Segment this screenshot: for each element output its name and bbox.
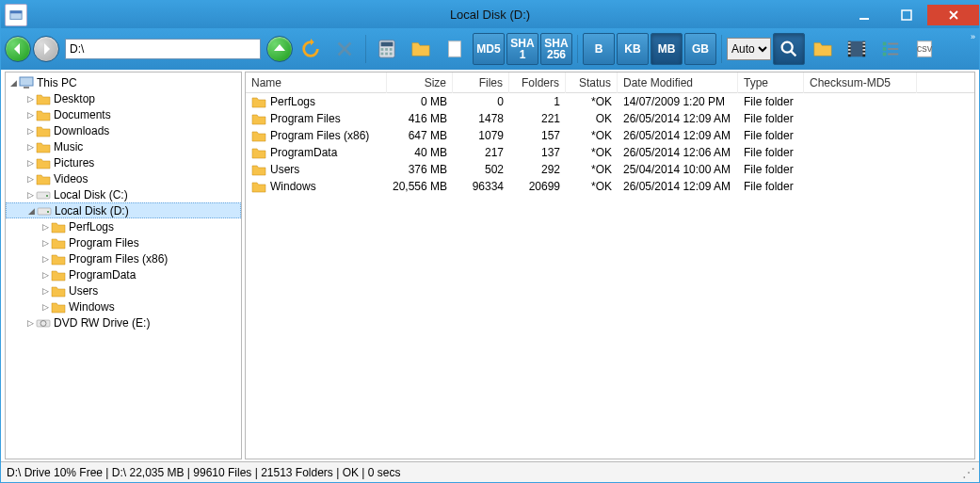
tree-item[interactable]: ▷Desktop <box>6 90 241 106</box>
table-cell: 292 <box>509 163 566 176</box>
tree-twisty[interactable]: ▷ <box>40 285 51 297</box>
column-header[interactable]: Type <box>738 72 804 93</box>
go-up-button[interactable] <box>266 36 293 62</box>
auto-select[interactable]: Auto <box>727 38 771 60</box>
unit-gb-button[interactable]: GB <box>684 33 716 65</box>
resize-grip-icon[interactable]: ⋰ <box>962 465 973 480</box>
minimize-button[interactable] <box>843 5 885 25</box>
tree-twisty[interactable]: ▷ <box>24 189 36 201</box>
new-file-button[interactable] <box>439 33 471 65</box>
tree-twisty[interactable]: ▷ <box>40 253 51 265</box>
tree-item[interactable]: ▷Local Disk (C:) <box>6 186 241 202</box>
table-cell: 502 <box>453 163 509 176</box>
svg-rect-7 <box>385 48 388 51</box>
tree-item[interactable]: ▷Downloads <box>6 122 241 138</box>
table-row[interactable]: PerfLogs0 MB01*OK14/07/2009 1:20 PMFile … <box>246 93 974 110</box>
svg-rect-24 <box>862 53 865 55</box>
tree-item[interactable]: ▷ProgramData <box>6 266 241 282</box>
unit-b-button[interactable]: B <box>583 33 615 65</box>
folder-icon <box>251 146 266 159</box>
column-header[interactable]: Files <box>453 72 509 93</box>
table-row[interactable]: Users376 MB502292*OK25/04/2014 10:00 AMF… <box>246 161 974 178</box>
table-row[interactable]: Program Files416 MB1478221OK26/05/2014 1… <box>246 110 974 127</box>
tree-item[interactable]: ▷Windows <box>6 298 241 314</box>
unit-kb-button[interactable]: KB <box>617 33 649 65</box>
tree-item[interactable]: ▷Program Files (x86) <box>6 250 241 266</box>
column-header[interactable]: Size <box>387 72 453 93</box>
search-button[interactable] <box>773 33 805 65</box>
tree-twisty[interactable]: ▷ <box>24 317 36 329</box>
svg-rect-1 <box>10 10 22 13</box>
column-header[interactable]: Name <box>246 72 387 93</box>
table-cell: 26/05/2014 12:09 AM <box>618 180 738 193</box>
column-headers[interactable]: NameSizeFilesFoldersStatusDate ModifiedT… <box>246 72 974 93</box>
tree-twisty[interactable]: ▷ <box>40 221 51 233</box>
tree-twisty[interactable]: ◢ <box>8 77 19 89</box>
sha1-button[interactable]: SHA1 <box>506 33 538 65</box>
stop-button[interactable] <box>329 33 361 65</box>
tree-twisty[interactable]: ◢ <box>25 205 37 217</box>
table-cell: Users <box>246 163 387 176</box>
file-list[interactable]: NameSizeFilesFoldersStatusDate ModifiedT… <box>245 72 975 459</box>
tree-twisty[interactable]: ▷ <box>24 125 36 137</box>
tree-item[interactable]: ▷PerfLogs <box>6 218 241 234</box>
tree-item[interactable]: ▷Program Files <box>6 234 241 250</box>
tree-twisty[interactable]: ▷ <box>24 141 36 153</box>
film-icon[interactable] <box>841 33 873 65</box>
calculator-button[interactable] <box>371 33 403 65</box>
tree-item[interactable]: ▷Music <box>6 138 241 154</box>
tree-twisty[interactable]: ▷ <box>24 157 36 169</box>
column-header[interactable]: Checksum-MD5 <box>804 72 917 93</box>
drive-icon <box>37 203 52 218</box>
table-row[interactable]: ProgramData40 MB217137*OK26/05/2014 12:0… <box>246 144 974 161</box>
close-button[interactable] <box>927 5 979 25</box>
window-title: Local Disk (D:) <box>450 8 530 22</box>
table-cell: Program Files (x86) <box>246 129 387 142</box>
table-cell: 221 <box>509 112 566 125</box>
folder-tree[interactable]: ◢ This PC ▷Desktop▷Documents▷Downloads▷M… <box>5 72 242 459</box>
forward-button[interactable] <box>33 36 59 62</box>
table-cell: 137 <box>509 146 566 159</box>
tree-item[interactable]: ▷DVD RW Drive (E:) <box>6 314 241 330</box>
tree-item[interactable]: ▷Users <box>6 282 241 298</box>
tree-twisty[interactable]: ▷ <box>24 93 36 105</box>
maximize-button[interactable] <box>885 5 927 25</box>
tree-twisty[interactable]: ▷ <box>40 269 51 281</box>
unit-mb-button[interactable]: MB <box>651 33 683 65</box>
folder-icon <box>51 299 66 314</box>
tree-twisty[interactable]: ▷ <box>40 237 51 249</box>
sha256-button[interactable]: SHA256 <box>540 33 572 65</box>
tree-twisty[interactable]: ▷ <box>40 301 51 313</box>
svg-rect-37 <box>38 208 51 215</box>
tree-item[interactable]: ◢Local Disk (D:) <box>6 202 241 218</box>
back-button[interactable] <box>5 36 31 62</box>
path-box[interactable] <box>65 39 261 59</box>
md5-button[interactable]: MD5 <box>473 33 505 65</box>
table-cell: File folder <box>738 112 804 125</box>
svg-rect-11 <box>390 53 393 56</box>
table-cell: Program Files <box>246 112 387 125</box>
tree-label: Music <box>54 140 83 153</box>
svg-rect-35 <box>37 192 50 199</box>
tree-item[interactable]: ▷Documents <box>6 106 241 122</box>
column-header[interactable]: Status <box>566 72 618 93</box>
column-header[interactable]: Folders <box>509 72 566 93</box>
refresh-button[interactable] <box>295 33 327 65</box>
path-input[interactable] <box>70 42 256 56</box>
table-row[interactable]: Program Files (x86)647 MB1079157*OK26/05… <box>246 127 974 144</box>
open-folder-button[interactable] <box>405 33 437 65</box>
tree-item[interactable]: ▷Videos <box>6 170 241 186</box>
view-folder-button[interactable] <box>807 33 839 65</box>
tree-item[interactable]: ▷Pictures <box>6 154 241 170</box>
tree-root[interactable]: ◢ This PC <box>6 74 241 90</box>
tree-twisty[interactable]: ▷ <box>24 109 36 121</box>
tree-label: This PC <box>37 76 77 89</box>
list-view-button[interactable] <box>875 33 907 65</box>
csv-button[interactable]: csv <box>908 33 940 65</box>
column-header[interactable]: Date Modified <box>618 72 738 93</box>
tree-label: Downloads <box>54 124 109 137</box>
toolbar-overflow-icon[interactable]: » <box>971 32 975 41</box>
table-cell: 376 MB <box>387 163 453 176</box>
table-row[interactable]: Windows20,556 MB9633420699*OK26/05/2014 … <box>246 178 974 195</box>
tree-twisty[interactable]: ▷ <box>24 173 36 185</box>
